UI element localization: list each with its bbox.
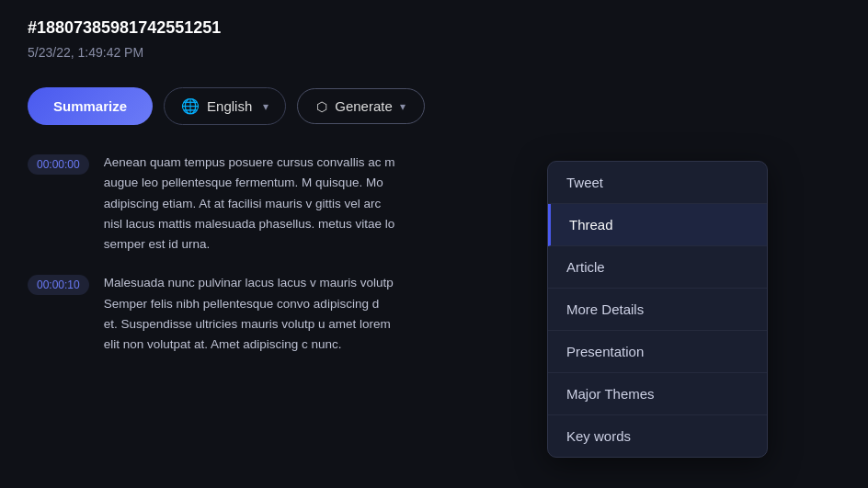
dropdown-item-tweet[interactable]: Tweet xyxy=(548,162,767,204)
generate-label: Generate xyxy=(335,98,393,114)
language-label: English xyxy=(207,98,252,114)
dropdown-item-label: Key words xyxy=(566,428,631,444)
dropdown-item-label: Article xyxy=(566,259,605,275)
generate-icon: ⬡ xyxy=(316,99,327,114)
dropdown-item-key-words[interactable]: Key words xyxy=(548,415,767,457)
dropdown-item-label: Thread xyxy=(569,217,613,233)
dropdown-item-label: Presentation xyxy=(566,344,644,359)
entry-timestamp-badge: 00:00:10 xyxy=(28,275,89,295)
record-id: #18807385981742551251 xyxy=(28,18,840,38)
dropdown-item-major-themes[interactable]: Major Themes xyxy=(548,373,767,415)
globe-icon: 🌐 xyxy=(181,97,200,115)
generate-chevron-icon: ▾ xyxy=(400,100,405,113)
dropdown-item-label: More Details xyxy=(566,301,644,317)
generate-button[interactable]: ⬡ Generate ▾ xyxy=(297,88,425,124)
entry-timestamp-badge: 00:00:00 xyxy=(28,154,89,175)
timestamp: 5/23/22, 1:49:42 PM xyxy=(28,45,840,60)
dropdown-item-label: Major Themes xyxy=(566,386,655,402)
language-selector[interactable]: 🌐 English ▾ xyxy=(164,87,286,125)
language-chevron-icon: ▾ xyxy=(263,100,268,113)
generate-dropdown-menu: Tweet Thread Article More Details Presen… xyxy=(547,161,768,458)
dropdown-item-thread[interactable]: Thread xyxy=(548,204,767,246)
dropdown-item-more-details[interactable]: More Details xyxy=(548,289,767,331)
dropdown-item-article[interactable]: Article xyxy=(548,246,767,289)
summarize-button[interactable]: Summarize xyxy=(28,87,153,125)
page-wrapper: #18807385981742551251 5/23/22, 1:49:42 P… xyxy=(0,0,868,488)
header-section: #18807385981742551251 5/23/22, 1:49:42 P… xyxy=(28,18,840,60)
dropdown-item-label: Tweet xyxy=(566,175,603,190)
dropdown-item-presentation[interactable]: Presentation xyxy=(548,331,767,373)
toolbar: Summarize 🌐 English ▾ ⬡ Generate ▾ xyxy=(28,87,840,125)
